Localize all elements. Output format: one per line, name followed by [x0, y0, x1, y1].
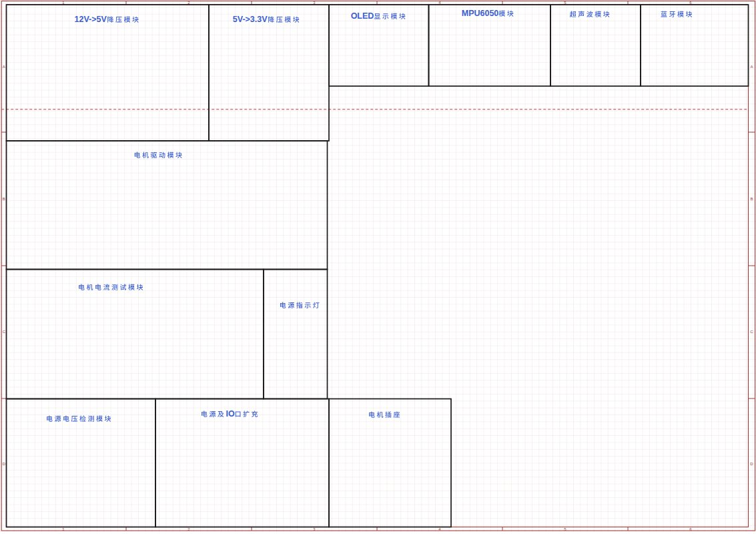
svg-text:MPU6050: MPU6050: [462, 9, 499, 18]
svg-text:D: D: [3, 462, 6, 466]
svg-text:IO: IO: [226, 409, 234, 419]
svg-text:C: C: [3, 330, 6, 334]
svg-text:5V->3.3V: 5V->3.3V: [233, 15, 268, 24]
svg-text:D: D: [750, 462, 753, 466]
svg-text:12V->5V: 12V->5V: [75, 15, 107, 24]
svg-text:OLED: OLED: [351, 11, 374, 21]
svg-text:A: A: [751, 65, 753, 69]
svg-text:B: B: [751, 197, 753, 201]
svg-text:B: B: [3, 197, 5, 201]
svg-text:A: A: [3, 65, 5, 69]
svg-text:C: C: [750, 330, 753, 334]
